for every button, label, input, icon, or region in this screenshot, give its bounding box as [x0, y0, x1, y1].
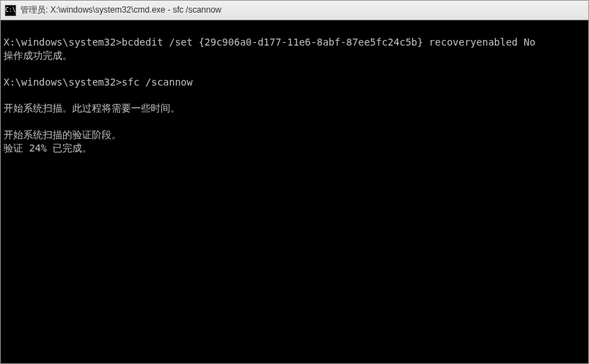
- cmd-icon: C:\: [5, 5, 16, 16]
- terminal-line: 操作成功完成。: [4, 49, 585, 62]
- terminal-line: X:\windows\system32>bcdedit /set {29c906…: [4, 36, 585, 49]
- terminal-blank: [4, 89, 585, 102]
- terminal-line: X:\windows\system32>sfc /scannow: [4, 76, 585, 89]
- terminal-line: 开始系统扫描的验证阶段。: [4, 128, 585, 142]
- terminal-blank: [4, 62, 585, 76]
- terminal-line: 验证 24% 已完成。: [4, 142, 585, 155]
- window-title: 管理员: X:\windows\system32\cmd.exe - sfc /…: [20, 4, 584, 16]
- terminal-blank: [4, 115, 585, 128]
- titlebar[interactable]: C:\ 管理员: X:\windows\system32\cmd.exe - s…: [1, 1, 588, 20]
- command-prompt-window: C:\ 管理员: X:\windows\system32\cmd.exe - s…: [0, 0, 589, 364]
- terminal-output[interactable]: X:\windows\system32>bcdedit /set {29c906…: [1, 20, 588, 363]
- terminal-line: 开始系统扫描。此过程将需要一些时间。: [4, 102, 585, 115]
